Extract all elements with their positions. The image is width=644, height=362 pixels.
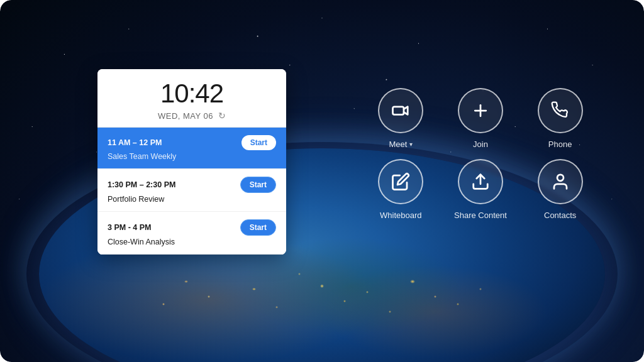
- whiteboard-label: Whiteboard: [380, 211, 421, 220]
- chevron-down-icon: ▾: [409, 141, 413, 148]
- whiteboard-circle: [378, 159, 423, 204]
- action-join[interactable]: Join: [447, 88, 514, 149]
- entry-title-0: Sales Team Weekly: [108, 152, 276, 161]
- entry-time-2: 3 PM - 4 PM: [108, 223, 151, 232]
- phone-icon: [551, 101, 570, 120]
- person-icon: [551, 172, 570, 191]
- action-meet[interactable]: Meet ▾: [367, 88, 435, 149]
- clock-time: 10:42: [108, 80, 276, 107]
- plus-icon: [471, 101, 490, 120]
- start-button-2[interactable]: Start: [240, 219, 276, 236]
- clock-date: WED, MAY 06: [158, 111, 213, 121]
- svg-point-4: [557, 175, 564, 181]
- calendar-header: 10:42 WED, MAY 06 ↻: [97, 69, 286, 128]
- calendar-panel: 10:42 WED, MAY 06 ↻ 11 AM – 12 PM Start …: [97, 69, 286, 255]
- pencil-icon: [391, 172, 410, 191]
- join-circle: [458, 88, 503, 133]
- phone-label: Phone: [548, 140, 572, 149]
- share-icon: [471, 172, 490, 191]
- video-icon: [391, 101, 410, 120]
- start-button-0[interactable]: Start: [242, 135, 276, 150]
- contacts-label: Contacts: [544, 211, 576, 220]
- entry-time-1: 1:30 PM – 2:30 PM: [108, 180, 175, 189]
- phone-circle: [538, 88, 583, 133]
- refresh-icon[interactable]: ↻: [218, 111, 226, 121]
- contacts-circle: [538, 159, 583, 204]
- calendar-entry-1: 1:30 PM – 2:30 PM Start Portfolio Review: [97, 169, 286, 212]
- action-share-content[interactable]: Share Content: [447, 159, 514, 220]
- entry-title-2: Close-Win Analysis: [108, 238, 276, 246]
- meet-label: Meet ▾: [389, 140, 413, 149]
- svg-rect-0: [393, 107, 404, 115]
- meet-circle: [378, 88, 423, 133]
- join-label: Join: [473, 140, 488, 149]
- share-content-circle: [458, 159, 503, 204]
- entry-title-1: Portfolio Review: [108, 195, 276, 204]
- start-button-1[interactable]: Start: [240, 177, 276, 193]
- action-whiteboard[interactable]: Whiteboard: [367, 159, 435, 220]
- actions-panel: Meet ▾ Join Phone Whiteboard: [367, 88, 594, 220]
- share-content-label: Share Content: [454, 211, 507, 220]
- action-contacts[interactable]: Contacts: [526, 159, 594, 220]
- calendar-entry-2: 3 PM - 4 PM Start Close-Win Analysis: [97, 212, 286, 255]
- calendar-entry-0: 11 AM – 12 PM Start Sales Team Weekly: [97, 128, 286, 169]
- action-phone[interactable]: Phone: [526, 88, 594, 149]
- entry-time-0: 11 AM – 12 PM: [108, 138, 162, 147]
